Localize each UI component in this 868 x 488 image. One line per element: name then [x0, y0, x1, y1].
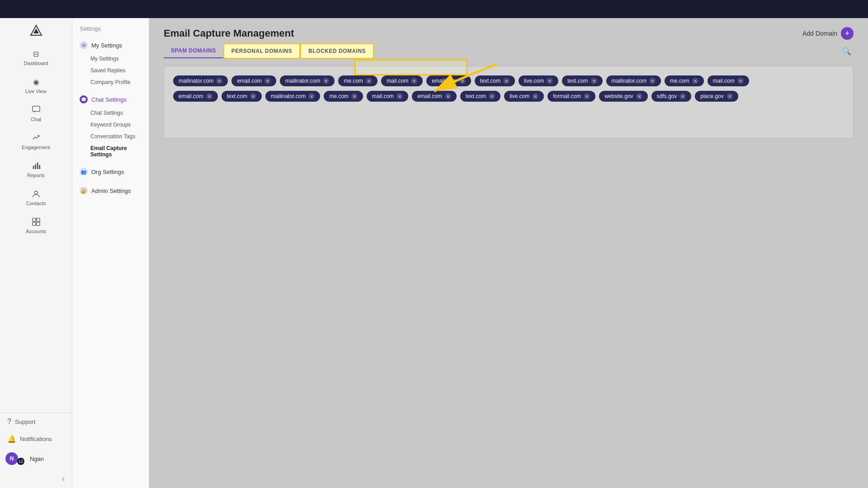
svg-rect-7: [36, 218, 39, 221]
remove-domain-button[interactable]: ✕: [445, 93, 451, 99]
domain-tag: email.com✕: [412, 91, 457, 102]
avatar: N: [5, 452, 18, 465]
org-settings-header[interactable]: 👥 Org Settings: [72, 164, 149, 179]
org-settings-icon: 👥: [80, 168, 88, 176]
sidebar-item-contacts[interactable]: Contacts: [0, 183, 72, 211]
chat-label: Chat: [31, 117, 41, 122]
remove-domain-button[interactable]: ✕: [308, 93, 315, 99]
remove-domain-button[interactable]: ✕: [351, 93, 358, 99]
domain-label: mailinator.com: [179, 78, 213, 84]
svg-rect-3: [37, 163, 38, 169]
chat-settings-header[interactable]: 💬 Chat Settings: [72, 92, 149, 107]
user-area[interactable]: N 12 Ngan: [0, 448, 72, 469]
nav-bottom: ? Support 🔔 Notifications N 12 Ngan ‹: [0, 413, 72, 488]
svg-rect-6: [32, 218, 35, 221]
support-item[interactable]: ? Support: [0, 413, 72, 430]
domain-tag: me.com✕: [665, 75, 704, 86]
domain-label: mailinator.com: [285, 78, 320, 84]
domain-label: email.com: [179, 93, 203, 99]
remove-domain-button[interactable]: ✕: [636, 93, 642, 99]
domain-tag: sdfs.gov✕: [651, 91, 692, 102]
remove-domain-button[interactable]: ✕: [547, 78, 553, 84]
domain-tag: place.gov✕: [695, 91, 738, 102]
svg-rect-1: [33, 166, 34, 169]
remove-domain-button[interactable]: ✕: [216, 78, 222, 84]
tab-blocked-domains[interactable]: BLOCKED DOMAINS: [300, 43, 374, 59]
domain-tag: website.gov✕: [599, 91, 647, 102]
sidebar-item-reports[interactable]: Reports: [0, 155, 72, 183]
remove-domain-button[interactable]: ✕: [264, 78, 271, 84]
remove-domain-button[interactable]: ✕: [649, 78, 656, 84]
engagement-label: Engagement: [22, 145, 50, 150]
sidebar-item-accounts[interactable]: Accounts: [0, 211, 72, 239]
org-settings-group: 👥 Org Settings: [72, 164, 149, 179]
reports-icon: [31, 161, 41, 171]
remove-domain-button[interactable]: ✕: [459, 78, 466, 84]
chat-settings-group: 💬 Chat Settings Chat Settings Keyword Gr…: [72, 92, 149, 160]
nav-logo[interactable]: [0, 18, 72, 43]
remove-domain-button[interactable]: ✕: [532, 93, 538, 99]
remove-domain-button[interactable]: ✕: [323, 78, 329, 84]
domain-label: place.gov: [700, 93, 723, 99]
my-settings-label: My Settings: [91, 42, 122, 49]
sidebar-item-saved-replies[interactable]: Saved Replies: [72, 65, 149, 76]
remove-domain-button[interactable]: ✕: [396, 93, 403, 99]
remove-domain-button[interactable]: ✕: [489, 93, 495, 99]
remove-domain-button[interactable]: ✕: [692, 78, 698, 84]
remove-domain-button[interactable]: ✕: [679, 93, 686, 99]
remove-domain-button[interactable]: ✕: [503, 78, 509, 84]
domain-tag: mail.com✕: [367, 91, 408, 102]
left-nav: ⊟ Dashboard ◉ Live View Chat Eng: [0, 18, 72, 488]
domain-tag: live.com✕: [519, 75, 558, 86]
remove-domain-button[interactable]: ✕: [591, 78, 597, 84]
remove-domain-button[interactable]: ✕: [206, 93, 212, 99]
content-header: Email Capture Management Add Domain +: [149, 18, 868, 40]
tab-personal-domains[interactable]: PERSONAL DOMAINS: [223, 43, 300, 59]
sidebar-item-dashboard[interactable]: ⊟ Dashboard: [0, 43, 72, 71]
domain-label: website.gov: [604, 93, 633, 99]
top-bar: [0, 0, 868, 18]
domain-tag: test.com✕: [562, 75, 602, 86]
sidebar-item-conversation-tags[interactable]: Conversation Tags: [72, 131, 149, 142]
my-settings-group: ⚙ My Settings My Settings Saved Replies …: [72, 38, 149, 88]
sidebar-item-keyword-groups[interactable]: Keyword Groups: [72, 119, 149, 131]
remove-domain-button[interactable]: ✕: [726, 93, 733, 99]
user-name: Ngan: [30, 455, 44, 462]
collapse-button[interactable]: ‹: [0, 469, 72, 488]
sidebar-item-engagement[interactable]: Engagement: [0, 127, 72, 155]
admin-settings-group: 🔐 Admin Settings: [72, 183, 149, 198]
svg-rect-2: [35, 164, 36, 169]
sidebar-item-chat[interactable]: Chat: [0, 99, 72, 127]
sidebar-item-liveview[interactable]: ◉ Live View: [0, 71, 72, 99]
domain-label: email.com: [417, 93, 442, 99]
remove-domain-button[interactable]: ✕: [411, 78, 417, 84]
domain-tag: mail.com✕: [381, 75, 423, 86]
my-settings-header[interactable]: ⚙ My Settings: [72, 38, 149, 53]
domain-tag: me.com✕: [324, 91, 363, 102]
domain-tag: me.com✕: [338, 75, 377, 86]
search-button[interactable]: 🔍: [840, 44, 854, 58]
remove-domain-button[interactable]: ✕: [737, 78, 744, 84]
sidebar-item-company-profile[interactable]: Company Profile: [72, 76, 149, 88]
support-icon: ?: [7, 418, 11, 426]
domain-tag: text.com✕: [475, 75, 515, 86]
admin-settings-header[interactable]: 🔐 Admin Settings: [72, 183, 149, 198]
domain-tags-row-1: mailinator.com✕email.com✕mailinator.com✕…: [173, 75, 844, 86]
sidebar-item-email-capture[interactable]: Email Capture Settings: [72, 142, 149, 160]
remove-domain-button[interactable]: ✕: [584, 93, 590, 99]
page-title: Email Capture Management: [164, 28, 294, 39]
notifications-item[interactable]: 🔔 Notifications: [0, 430, 72, 448]
domain-container: mailinator.com✕email.com✕mailinator.com✕…: [164, 66, 854, 138]
remove-domain-button[interactable]: ✕: [366, 78, 372, 84]
dashboard-icon: ⊟: [31, 49, 41, 59]
domain-tag: mailinator.com✕: [173, 75, 228, 86]
sidebar-item-my-settings[interactable]: My Settings: [72, 53, 149, 65]
tab-spam-domains[interactable]: SPAM DOMAINS: [164, 44, 223, 58]
domain-label: me.com: [344, 78, 363, 84]
remove-domain-button[interactable]: ✕: [250, 93, 256, 99]
add-domain-button[interactable]: Add Domain +: [802, 27, 854, 40]
dashboard-label: Dashboard: [24, 61, 48, 66]
svg-rect-9: [36, 222, 39, 225]
sidebar-item-chat-settings[interactable]: Chat Settings: [72, 107, 149, 119]
liveview-label: Live View: [25, 89, 47, 94]
